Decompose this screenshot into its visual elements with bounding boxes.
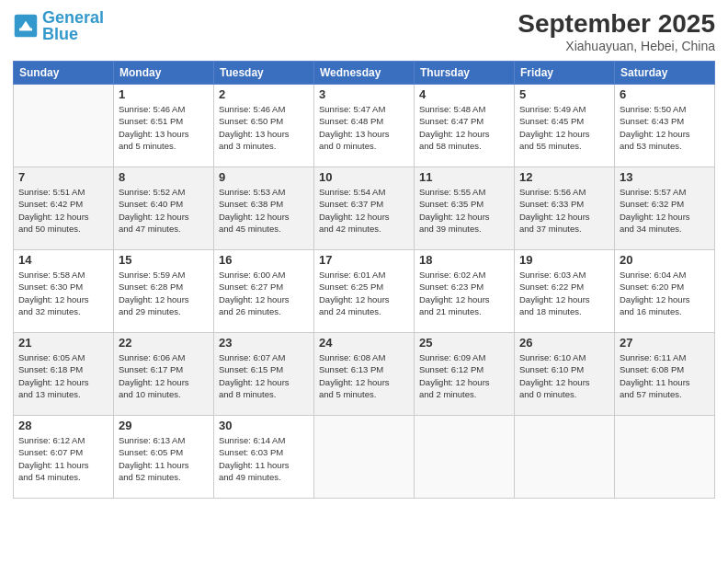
table-row: 7Sunrise: 5:51 AM Sunset: 6:42 PM Daylig… xyxy=(14,167,114,250)
table-row: 11Sunrise: 5:55 AM Sunset: 6:35 PM Dayli… xyxy=(415,167,515,250)
calendar-week-row: 28Sunrise: 6:12 AM Sunset: 6:07 PM Dayli… xyxy=(14,416,715,499)
day-number: 28 xyxy=(18,419,108,432)
day-number: 21 xyxy=(18,336,108,350)
col-tuesday: Tuesday xyxy=(214,62,314,85)
table-row xyxy=(515,416,615,499)
calendar: Sunday Monday Tuesday Wednesday Thursday… xyxy=(13,61,715,499)
day-number: 22 xyxy=(119,336,209,350)
table-row: 1Sunrise: 5:46 AM Sunset: 6:51 PM Daylig… xyxy=(114,85,214,167)
table-row: 17Sunrise: 6:01 AM Sunset: 6:25 PM Dayli… xyxy=(314,250,415,333)
day-info: Sunrise: 6:03 AM Sunset: 6:22 PM Dayligh… xyxy=(519,269,609,317)
logo-text: General Blue xyxy=(42,9,104,42)
day-number: 17 xyxy=(319,253,409,267)
day-info: Sunrise: 6:00 AM Sunset: 6:27 PM Dayligh… xyxy=(219,269,309,317)
day-number: 30 xyxy=(219,419,309,432)
calendar-week-row: 1Sunrise: 5:46 AM Sunset: 6:51 PM Daylig… xyxy=(14,85,715,167)
day-number: 9 xyxy=(219,170,309,184)
table-row: 23Sunrise: 6:07 AM Sunset: 6:15 PM Dayli… xyxy=(214,333,314,416)
table-row xyxy=(314,416,415,499)
day-number: 19 xyxy=(519,253,609,267)
calendar-header-row: Sunday Monday Tuesday Wednesday Thursday… xyxy=(14,62,715,85)
location-subtitle: Xiahuayuan, Hebei, China xyxy=(518,39,715,53)
day-number: 16 xyxy=(219,253,309,267)
day-number: 15 xyxy=(119,253,209,267)
table-row: 4Sunrise: 5:48 AM Sunset: 6:47 PM Daylig… xyxy=(415,85,515,167)
table-row: 26Sunrise: 6:10 AM Sunset: 6:10 PM Dayli… xyxy=(515,333,615,416)
day-number: 12 xyxy=(519,170,609,184)
day-number: 8 xyxy=(119,170,209,184)
header: General Blue September 2025 Xiahuayuan, … xyxy=(13,9,715,53)
table-row xyxy=(14,85,114,167)
table-row: 5Sunrise: 5:49 AM Sunset: 6:45 PM Daylig… xyxy=(515,85,615,167)
table-row: 15Sunrise: 5:59 AM Sunset: 6:28 PM Dayli… xyxy=(114,250,214,333)
table-row: 24Sunrise: 6:08 AM Sunset: 6:13 PM Dayli… xyxy=(314,333,415,416)
day-info: Sunrise: 5:57 AM Sunset: 6:32 PM Dayligh… xyxy=(620,186,710,235)
day-info: Sunrise: 5:48 AM Sunset: 6:47 PM Dayligh… xyxy=(419,103,509,152)
table-row: 20Sunrise: 6:04 AM Sunset: 6:20 PM Dayli… xyxy=(615,250,715,333)
table-row: 14Sunrise: 5:58 AM Sunset: 6:30 PM Dayli… xyxy=(14,250,114,333)
day-info: Sunrise: 5:59 AM Sunset: 6:28 PM Dayligh… xyxy=(119,269,209,317)
month-title: September 2025 xyxy=(518,9,715,39)
day-info: Sunrise: 6:13 AM Sunset: 6:05 PM Dayligh… xyxy=(119,434,209,483)
col-saturday: Saturday xyxy=(615,62,715,85)
day-number: 6 xyxy=(620,87,710,101)
day-info: Sunrise: 5:55 AM Sunset: 6:35 PM Dayligh… xyxy=(419,186,509,235)
table-row: 25Sunrise: 6:09 AM Sunset: 6:12 PM Dayli… xyxy=(415,333,515,416)
day-number: 20 xyxy=(620,253,710,267)
day-info: Sunrise: 5:46 AM Sunset: 6:50 PM Dayligh… xyxy=(219,103,309,152)
table-row: 21Sunrise: 6:05 AM Sunset: 6:18 PM Dayli… xyxy=(14,333,114,416)
day-info: Sunrise: 5:47 AM Sunset: 6:48 PM Dayligh… xyxy=(319,103,409,152)
day-number: 11 xyxy=(419,170,509,184)
table-row: 28Sunrise: 6:12 AM Sunset: 6:07 PM Dayli… xyxy=(14,416,114,499)
day-number: 7 xyxy=(18,170,108,184)
logo-blue: Blue xyxy=(42,25,78,43)
day-number: 23 xyxy=(219,336,309,350)
calendar-week-row: 14Sunrise: 5:58 AM Sunset: 6:30 PM Dayli… xyxy=(14,250,715,333)
day-number: 13 xyxy=(620,170,710,184)
day-info: Sunrise: 5:54 AM Sunset: 6:37 PM Dayligh… xyxy=(319,186,409,235)
table-row: 22Sunrise: 6:06 AM Sunset: 6:17 PM Dayli… xyxy=(114,333,214,416)
title-block: September 2025 Xiahuayuan, Hebei, China xyxy=(518,9,715,53)
page: General Blue September 2025 Xiahuayuan, … xyxy=(0,0,728,563)
day-info: Sunrise: 6:09 AM Sunset: 6:12 PM Dayligh… xyxy=(419,351,509,400)
table-row xyxy=(615,416,715,499)
day-number: 27 xyxy=(620,336,710,350)
day-number: 10 xyxy=(319,170,409,184)
table-row: 29Sunrise: 6:13 AM Sunset: 6:05 PM Dayli… xyxy=(114,416,214,499)
calendar-week-row: 7Sunrise: 5:51 AM Sunset: 6:42 PM Daylig… xyxy=(14,167,715,250)
table-row: 8Sunrise: 5:52 AM Sunset: 6:40 PM Daylig… xyxy=(114,167,214,250)
table-row: 12Sunrise: 5:56 AM Sunset: 6:33 PM Dayli… xyxy=(515,167,615,250)
table-row: 3Sunrise: 5:47 AM Sunset: 6:48 PM Daylig… xyxy=(314,85,415,167)
table-row: 13Sunrise: 5:57 AM Sunset: 6:32 PM Dayli… xyxy=(615,167,715,250)
col-sunday: Sunday xyxy=(14,62,114,85)
day-info: Sunrise: 5:52 AM Sunset: 6:40 PM Dayligh… xyxy=(119,186,209,235)
table-row: 16Sunrise: 6:00 AM Sunset: 6:27 PM Dayli… xyxy=(214,250,314,333)
day-info: Sunrise: 6:14 AM Sunset: 6:03 PM Dayligh… xyxy=(219,434,309,483)
table-row: 18Sunrise: 6:02 AM Sunset: 6:23 PM Dayli… xyxy=(415,250,515,333)
col-friday: Friday xyxy=(515,62,615,85)
day-number: 4 xyxy=(419,87,509,101)
day-info: Sunrise: 6:10 AM Sunset: 6:10 PM Dayligh… xyxy=(519,351,609,400)
day-number: 26 xyxy=(519,336,609,350)
day-info: Sunrise: 5:56 AM Sunset: 6:33 PM Dayligh… xyxy=(519,186,609,235)
table-row: 27Sunrise: 6:11 AM Sunset: 6:08 PM Dayli… xyxy=(615,333,715,416)
table-row: 2Sunrise: 5:46 AM Sunset: 6:50 PM Daylig… xyxy=(214,85,314,167)
day-info: Sunrise: 5:51 AM Sunset: 6:42 PM Dayligh… xyxy=(18,186,108,235)
day-info: Sunrise: 6:05 AM Sunset: 6:18 PM Dayligh… xyxy=(18,351,108,400)
day-info: Sunrise: 6:02 AM Sunset: 6:23 PM Dayligh… xyxy=(419,269,509,317)
day-info: Sunrise: 6:08 AM Sunset: 6:13 PM Dayligh… xyxy=(319,351,409,400)
day-info: Sunrise: 6:01 AM Sunset: 6:25 PM Dayligh… xyxy=(319,269,409,317)
logo: General Blue xyxy=(13,9,104,42)
day-info: Sunrise: 6:11 AM Sunset: 6:08 PM Dayligh… xyxy=(620,351,710,400)
day-info: Sunrise: 6:04 AM Sunset: 6:20 PM Dayligh… xyxy=(620,269,710,317)
table-row: 6Sunrise: 5:50 AM Sunset: 6:43 PM Daylig… xyxy=(615,85,715,167)
day-info: Sunrise: 5:46 AM Sunset: 6:51 PM Dayligh… xyxy=(119,103,209,152)
day-number: 18 xyxy=(419,253,509,267)
day-info: Sunrise: 6:07 AM Sunset: 6:15 PM Dayligh… xyxy=(219,351,309,400)
table-row: 9Sunrise: 5:53 AM Sunset: 6:38 PM Daylig… xyxy=(214,167,314,250)
table-row: 19Sunrise: 6:03 AM Sunset: 6:22 PM Dayli… xyxy=(515,250,615,333)
logo-icon xyxy=(13,13,39,39)
day-number: 5 xyxy=(519,87,609,101)
day-number: 25 xyxy=(419,336,509,350)
day-info: Sunrise: 5:53 AM Sunset: 6:38 PM Dayligh… xyxy=(219,186,309,235)
